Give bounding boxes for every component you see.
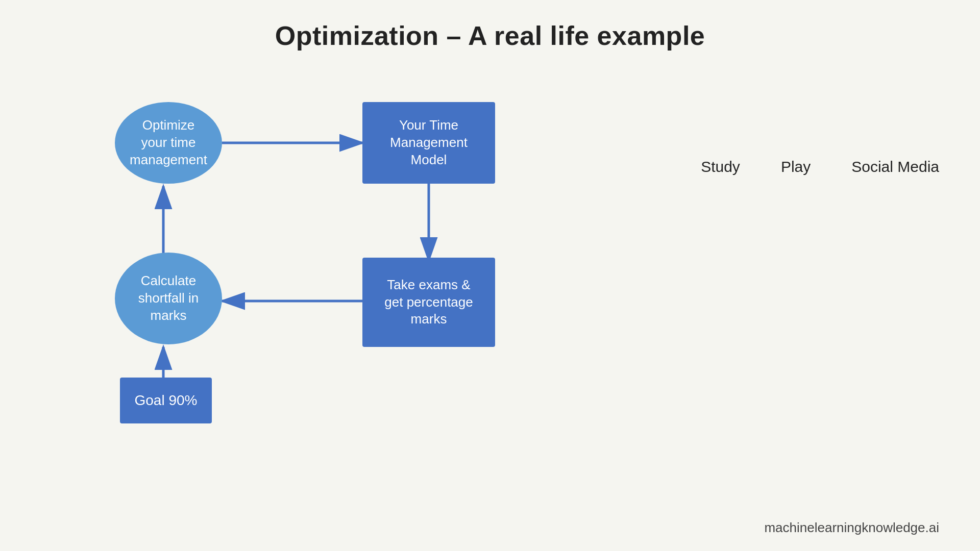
study-label: Study — [701, 158, 740, 176]
side-labels-container: Study Play Social Media — [701, 158, 939, 176]
footer: machinelearningknowledge.ai — [764, 520, 939, 536]
optimize-node: Optimize your time management — [115, 102, 222, 184]
play-label: Play — [781, 158, 811, 176]
diagram-container: Optimize your time management Your Time … — [112, 77, 531, 434]
time-model-node: Your Time Management Model — [362, 102, 495, 184]
take-exams-node: Take exams & get percentage marks — [362, 258, 495, 347]
social-media-label: Social Media — [851, 158, 939, 176]
calculate-node: Calculate shortfall in marks — [115, 253, 222, 344]
page-title: Optimization – A real life example — [0, 0, 980, 51]
goal-node: Goal 90% — [120, 378, 212, 423]
